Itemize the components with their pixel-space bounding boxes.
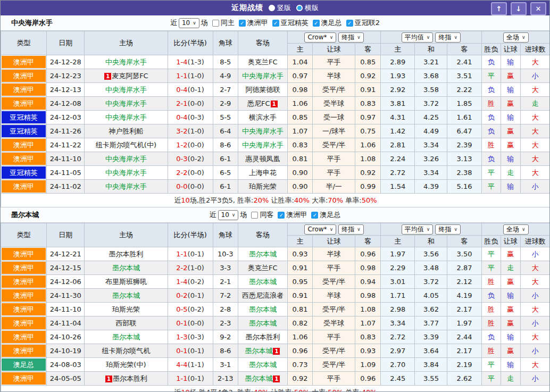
average-index-select[interactable]: 终指∨ (435, 224, 461, 235)
league-filter-checkbox[interactable]: ✓ (278, 212, 285, 219)
away-team-name: 墨尔本城 (245, 347, 272, 355)
home-team-cell: 中央海岸水手 (85, 166, 168, 180)
avg-away: 1.97 (447, 316, 481, 330)
league-cell: 亚冠精英 (1, 124, 47, 138)
result-handicap: 赢 (501, 303, 520, 316)
fulltime-score: 0-0 (176, 182, 187, 190)
league-cell: 澳洲甲 (1, 303, 47, 316)
odds-source-select[interactable]: Crow*∨ (304, 32, 336, 43)
corner-count: 2-13 (213, 372, 238, 386)
radio-label-horizontal: 横版 (305, 3, 319, 13)
match-row: 亚冠精英24-12-03中央海岸水手0-4(0-3)5-5横滨水手0.85受一球… (1, 111, 550, 124)
move-down-button[interactable]: ↓ (511, 2, 527, 15)
league-filter-checkbox[interactable]: ✓ (239, 20, 246, 27)
match-count-select[interactable]: 10∨ (179, 18, 199, 28)
avg-home: 2.72 (381, 330, 415, 344)
league-cell: 澳洲甲 (1, 261, 47, 275)
avg-home: 3.34 (381, 316, 415, 330)
scope-select[interactable]: 全场∨ (503, 224, 529, 235)
halftime-score: (1-0) (188, 72, 204, 80)
chevron-down-icon: ∨ (522, 35, 526, 40)
match-date: 24-12-08 (47, 97, 85, 111)
odds-index-select[interactable]: 终指∨ (338, 224, 364, 235)
average-source-value: 平均值 (405, 33, 424, 42)
avg-home: 3.01 (381, 275, 415, 289)
result-goals: 小 (520, 180, 550, 194)
odds-away: 0.96 (355, 247, 381, 261)
away-team-cell: 珀斯光荣 (238, 180, 287, 194)
odds-home: 1.07 (287, 124, 312, 138)
league-cell: 澳洲甲 (1, 97, 47, 111)
layout-radio-horizontal[interactable]: 横版 (296, 3, 319, 13)
result-goals: 大 (520, 111, 550, 124)
radio-icon[interactable] (296, 5, 303, 11)
odds-index-select[interactable]: 终指∨ (338, 32, 364, 43)
radio-icon[interactable] (269, 5, 275, 11)
same-venue-checkbox[interactable] (251, 212, 258, 219)
match-row: 澳洲甲24-12-08中央海岸水手2-1(0-0)2-9悉尼FC11.06受半球… (1, 97, 550, 111)
avg-draw: 3.72 (415, 97, 447, 111)
col-header-home: 主场 (85, 223, 168, 247)
average-index-select[interactable]: 终指∨ (435, 32, 461, 43)
league-filter-checkbox[interactable]: ✓ (311, 212, 318, 219)
away-team-name: 横滨水手 (249, 113, 277, 121)
move-up-button[interactable]: ↑ (491, 2, 507, 15)
avg-home: 3.81 (381, 97, 415, 111)
match-date: 24-11-02 (47, 180, 85, 194)
league-cell: 澳洲甲 (1, 83, 47, 97)
odds-handicap: 半/一 (313, 180, 355, 194)
league-cell: 亚冠精英 (1, 111, 47, 124)
avg-home: 2.98 (381, 303, 415, 316)
odds-home: 0.98 (287, 83, 312, 97)
result-wdl: 负 (481, 111, 501, 124)
odds-home: 0.96 (287, 344, 312, 358)
home-team-cell: 中央海岸水手 (85, 111, 168, 124)
subcol-result-wdl: 胜负 (481, 44, 501, 55)
scope-select[interactable]: 全场∨ (503, 32, 529, 43)
chevron-down-icon: ∨ (427, 35, 430, 40)
odds-handicap: 平手 (313, 261, 355, 275)
match-count-select[interactable]: 10∨ (218, 210, 239, 220)
halftime-score: (1-1) (188, 361, 204, 369)
odds-source-value: Crow* (307, 34, 327, 41)
home-team-name: 珀斯光荣 (112, 305, 140, 313)
red-card-badge: 1 (271, 101, 278, 107)
close-button[interactable]: ✕ (530, 2, 546, 15)
chevron-down-icon: ∨ (330, 35, 334, 40)
away-team-name: 墨尔本城 (249, 361, 277, 369)
league-filter-checkbox[interactable]: ✓ (346, 20, 353, 27)
avg-draw: 3.68 (415, 69, 447, 83)
home-team-name: 中央海岸水手 (105, 58, 147, 66)
home-team-cell: 珀斯光荣(中) (85, 358, 168, 372)
average-source-select[interactable]: 平均值∨ (402, 32, 434, 43)
result-goals: 大 (520, 330, 550, 344)
league-filter-checkbox[interactable]: ✓ (313, 20, 320, 27)
result-handicap: 赢 (501, 275, 520, 289)
summary-segment: 近 (174, 388, 181, 392)
filter-controls: 近10∨场同主✓澳洲甲✓亚冠精英✓澳足总✓亚冠联2 (170, 18, 380, 28)
away-team-name: 惠灵顿凤凰 (245, 155, 280, 163)
same-venue-checkbox[interactable] (212, 20, 219, 27)
league-badge: 澳洲甲 (2, 331, 46, 343)
chevron-down-icon: ∨ (522, 227, 526, 232)
col-header-corner: 角球 (213, 31, 238, 55)
fulltime-score: 2-1 (176, 99, 187, 107)
odds-home: 1.04 (287, 55, 312, 69)
away-team-cell: 墨尔本城 (238, 247, 287, 261)
match-date: 24-05-05 (47, 372, 85, 386)
away-team-cell: 横滨水手 (238, 111, 287, 124)
league-filter-checkbox[interactable]: ✓ (272, 20, 279, 27)
avg-home: 2.92 (381, 83, 415, 97)
league-filter-label: 澳洲甲 (247, 18, 268, 28)
match-date: 24-12-15 (47, 261, 85, 275)
odds-source-select[interactable]: Crow*∨ (304, 224, 336, 235)
avg-home: 1.97 (381, 247, 415, 261)
col-header-away: 客场 (238, 223, 287, 247)
summary-segment: 大率: (310, 196, 328, 204)
halftime-score: (0-1) (188, 291, 204, 299)
result-goals: 大 (520, 275, 550, 289)
average-source-select[interactable]: 平均值∨ (402, 224, 434, 235)
match-date: 24-11-10 (47, 303, 85, 316)
average-index-value: 终指 (438, 225, 451, 234)
layout-radio-vertical[interactable]: 竖版 (269, 3, 291, 13)
